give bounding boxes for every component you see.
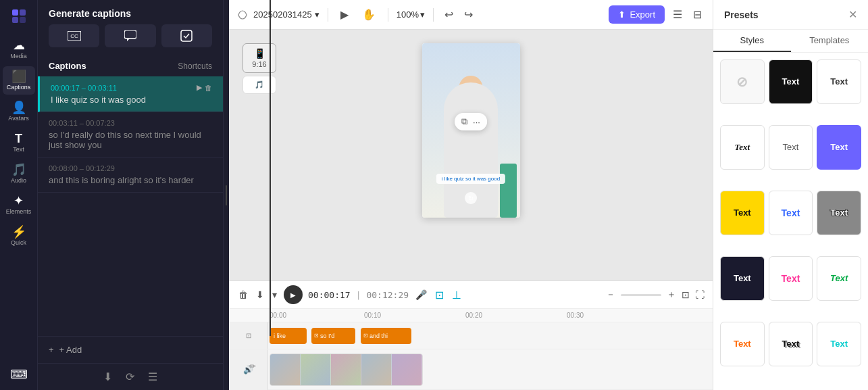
- preset-blue-outline[interactable]: Text: [769, 191, 813, 235]
- sidebar-item-quick[interactable]: ⚡ Quick: [3, 222, 35, 250]
- svg-rect-7: [181, 30, 192, 41]
- caption-time-1: 00:00:17 – 00:03:11 ▶ 🗑: [51, 83, 212, 92]
- preset-plain2[interactable]: Text: [769, 125, 813, 170]
- project-name[interactable]: 202502031425 ▾: [253, 9, 320, 20]
- timeline-delete-button[interactable]: 🗑: [237, 288, 249, 301]
- timeline-ruler: 00:00 00:10 00:20 00:30: [229, 309, 713, 322]
- text-icon: T: [15, 132, 22, 145]
- sidebar-item-label: Avatars: [8, 115, 28, 122]
- caption-text-2: so I'd really do this so next time I wou…: [49, 130, 212, 150]
- list-icon-btn[interactable]: ☰: [148, 370, 157, 383]
- tab-styles[interactable]: Styles: [713, 30, 791, 52]
- fit-button[interactable]: ⊡: [682, 289, 690, 300]
- preset-purple-bg[interactable]: Text: [817, 125, 861, 170]
- caption-btn-auto[interactable]: [161, 24, 212, 47]
- presets-header: Presets ✕: [713, 0, 868, 30]
- timeline-download-button[interactable]: ⬇: [255, 288, 265, 301]
- caption-play-1[interactable]: ▶: [197, 83, 202, 92]
- preset-pink-outline[interactable]: Text: [769, 256, 813, 301]
- caption-buttons: CC: [38, 24, 223, 55]
- play-mode-button[interactable]: ▶: [336, 5, 353, 24]
- sidebar-item-elements[interactable]: ✦ Elements: [3, 191, 35, 219]
- caption-block-2[interactable]: ⊡ so I'd: [311, 328, 355, 344]
- zoom-out-button[interactable]: －: [606, 289, 615, 301]
- sidebar-item-audio[interactable]: 🎵 Audio: [3, 160, 35, 188]
- preset-yellow-bg[interactable]: Text: [720, 191, 765, 235]
- timeline-align-button[interactable]: ⊥: [451, 287, 463, 303]
- caption-item-1[interactable]: 00:00:17 – 00:03:11 ▶ 🗑 I like quiz so i…: [38, 76, 223, 112]
- zoom-slider[interactable]: [621, 294, 661, 296]
- caption-block-1[interactable]: i like: [270, 328, 307, 344]
- caption-block-3[interactable]: ⊡ and thi: [361, 328, 411, 344]
- captions-label: Captions: [49, 61, 86, 71]
- presets-title: Presets: [724, 9, 759, 20]
- redo-button[interactable]: ↪: [461, 5, 476, 24]
- edit-track-button[interactable]: ✏: [249, 362, 256, 371]
- phone-icon: 📱: [249, 48, 270, 59]
- zoom-control[interactable]: 100% ▾: [397, 9, 425, 20]
- aspect-ratio-916[interactable]: 📱 9:16: [242, 43, 276, 73]
- fullscreen-button[interactable]: ⛶: [695, 289, 705, 300]
- resize-handle[interactable]: [224, 0, 229, 390]
- keyboard-icon: ⌨: [10, 368, 28, 381]
- svg-rect-1: [20, 9, 26, 16]
- timeline-mic-button[interactable]: 🎤: [414, 288, 428, 301]
- presets-close-button[interactable]: ✕: [848, 8, 857, 21]
- sidebar-item-avatars[interactable]: 👤 Avatars: [3, 97, 35, 126]
- caption-delete-1[interactable]: 🗑: [205, 83, 212, 92]
- toolbar-divider-2: [388, 8, 388, 22]
- preset-black-bg[interactable]: Text: [769, 59, 813, 104]
- split-view-button[interactable]: ⊟: [690, 5, 705, 24]
- overlay-more-button[interactable]: ···: [473, 117, 480, 127]
- preset-orange[interactable]: Text: [720, 322, 765, 366]
- caption-item-3[interactable]: 00:08:00 – 00:12:29 and this is boring a…: [38, 157, 223, 193]
- preset-bold-serif[interactable]: Text: [720, 125, 765, 170]
- sidebar-item-label: Elements: [6, 208, 32, 215]
- sidebar-item-text[interactable]: T Text: [3, 128, 35, 157]
- caption-btn-speech[interactable]: [105, 24, 155, 47]
- aspect-ratio-tiktok[interactable]: 🎵: [242, 76, 276, 94]
- zoom-in-button[interactable]: ＋: [667, 289, 676, 301]
- svg-rect-0: [12, 9, 18, 16]
- timeline-current-time: 00:00:17: [308, 290, 351, 300]
- preset-plain[interactable]: Text: [817, 59, 861, 104]
- layout-button[interactable]: ☰: [670, 5, 685, 24]
- caption-overlay[interactable]: i like quiz so it was good: [436, 174, 505, 184]
- preset-dark-shadow[interactable]: Text: [769, 322, 813, 366]
- tab-templates[interactable]: Templates: [791, 30, 869, 52]
- video-track-content: ✏: [270, 354, 707, 386]
- preset-green-italic[interactable]: Text: [817, 256, 861, 301]
- sidebar: ☁ Media ⬛ Captions 👤 Avatars T Text 🎵 Au…: [0, 0, 38, 390]
- caption-btn-cc[interactable]: CC: [49, 24, 99, 47]
- translate-icon-btn[interactable]: ⟳: [126, 370, 134, 383]
- sidebar-item-label: Text: [13, 146, 24, 153]
- caption-track: ⊡ i like ⊡ so I'd ⊡ and thi: [229, 322, 713, 349]
- preset-dark-bg[interactable]: Text: [720, 256, 765, 301]
- add-caption-button[interactable]: + + Add: [38, 336, 223, 363]
- tiktok-icon: 🎵: [255, 80, 264, 89]
- download-icon-btn[interactable]: ⬇: [103, 370, 112, 383]
- hand-mode-button[interactable]: ✋: [358, 5, 380, 24]
- zoom-chevron-icon: ▾: [420, 9, 425, 20]
- preset-none[interactable]: ⊘: [720, 59, 765, 104]
- caption-overlay-text: i like quiz so it was good: [442, 176, 500, 182]
- timeline-split-button[interactable]: ⊡: [434, 287, 445, 303]
- caption-item-2[interactable]: 00:03:11 – 00:07:23 so I'd really do thi…: [38, 112, 223, 157]
- shortcuts-label[interactable]: Shortcuts: [178, 62, 212, 71]
- timeline-play-button[interactable]: ▶: [284, 285, 303, 304]
- undo-button[interactable]: ↩: [442, 5, 456, 24]
- export-button[interactable]: ⬆ Export: [609, 5, 665, 24]
- video-thumb-4: [361, 354, 392, 386]
- overlay-copy-button[interactable]: ⧉: [461, 116, 467, 127]
- sidebar-item-media[interactable]: ☁ Media: [3, 35, 35, 64]
- caption-track-content: i like ⊡ so I'd ⊡ and thi: [270, 326, 713, 345]
- timeline-download-more-button[interactable]: ▾: [271, 288, 278, 301]
- rotate-handle[interactable]: ↻: [465, 192, 477, 204]
- video-thumb-3: [331, 354, 361, 386]
- sidebar-item-captions[interactable]: ⬛ Captions: [3, 66, 35, 95]
- sidebar-item-keyboard[interactable]: ⌨: [3, 364, 35, 385]
- preset-white-shadow[interactable]: Text: [817, 191, 861, 235]
- preset-cyan[interactable]: Text: [817, 322, 861, 366]
- app-logo[interactable]: [8, 5, 30, 27]
- caption-track-icon: ⊡: [246, 332, 251, 339]
